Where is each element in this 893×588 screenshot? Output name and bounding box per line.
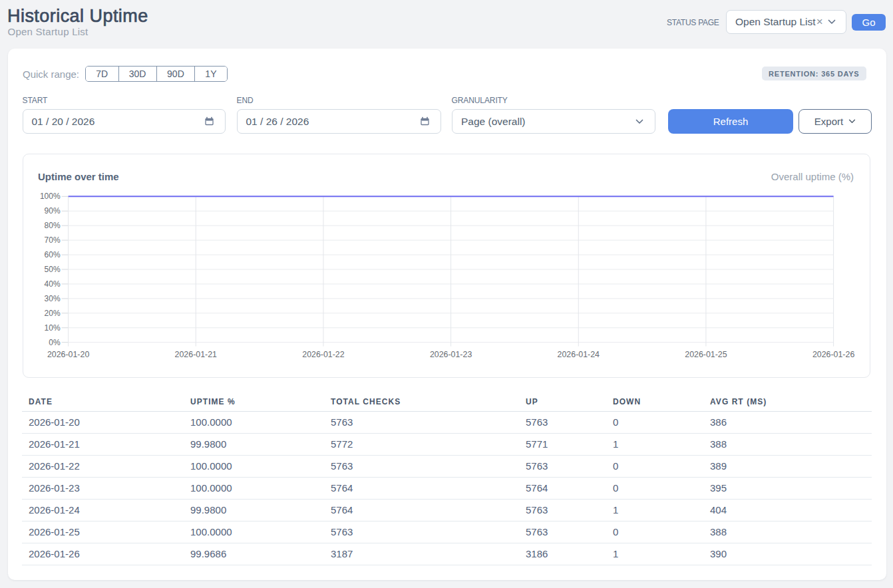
svg-text:50%: 50% xyxy=(45,265,61,274)
svg-text:80%: 80% xyxy=(45,221,61,230)
svg-text:70%: 70% xyxy=(45,235,61,245)
svg-text:2026-01-25: 2026-01-25 xyxy=(685,350,727,359)
svg-text:100%: 100% xyxy=(40,192,61,201)
svg-text:2026-01-26: 2026-01-26 xyxy=(812,350,854,359)
svg-text:60%: 60% xyxy=(45,250,61,259)
svg-text:0%: 0% xyxy=(49,338,61,347)
svg-text:40%: 40% xyxy=(45,279,61,289)
svg-text:2026-01-23: 2026-01-23 xyxy=(430,350,472,359)
svg-text:30%: 30% xyxy=(45,294,61,303)
svg-text:90%: 90% xyxy=(45,206,61,216)
svg-text:2026-01-22: 2026-01-22 xyxy=(302,350,344,359)
svg-text:2026-01-20: 2026-01-20 xyxy=(47,350,89,359)
svg-text:2026-01-24: 2026-01-24 xyxy=(558,350,600,359)
svg-text:20%: 20% xyxy=(45,309,61,318)
svg-text:10%: 10% xyxy=(45,323,61,333)
svg-text:2026-01-21: 2026-01-21 xyxy=(175,350,217,359)
